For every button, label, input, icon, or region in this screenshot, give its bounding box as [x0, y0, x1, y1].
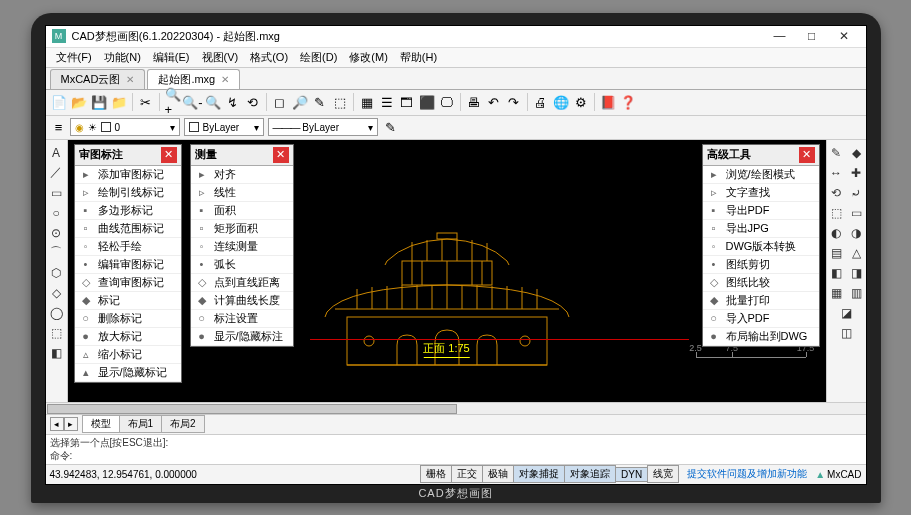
menu-item[interactable]: 格式(O) [244, 48, 294, 67]
toolbar-button[interactable]: ⬛ [418, 93, 436, 111]
layer-selector[interactable]: ◉☀ 0 ▾ [70, 118, 180, 136]
horizontal-scrollbar[interactable] [46, 402, 866, 414]
menu-item[interactable]: 功能(N) [98, 48, 147, 67]
toolbar-button[interactable]: 🔍- [184, 93, 202, 111]
draw-tool-button[interactable]: ◧ [47, 344, 65, 362]
draw-tool-button[interactable]: ○ [47, 204, 65, 222]
menu-item[interactable]: 文件(F) [50, 48, 98, 67]
panel-item[interactable]: ▸浏览/绘图模式 [703, 166, 819, 184]
layer-manager-icon[interactable]: ≡ [50, 118, 68, 136]
modify-tool-button[interactable]: ⤾ [847, 184, 865, 202]
linetype-selector[interactable]: ——— ByLayer▾ [268, 118, 378, 136]
panel-item[interactable]: •图纸剪切 [703, 256, 819, 274]
draw-tool-button[interactable]: ▭ [47, 184, 65, 202]
feedback-link[interactable]: 提交软件问题及增加新功能 [687, 467, 807, 481]
tab-close-icon[interactable]: ✕ [126, 74, 134, 85]
toolbar-button[interactable]: 🖵 [438, 93, 456, 111]
panel-close-icon[interactable]: ✕ [273, 147, 289, 163]
panel-item[interactable]: ▫矩形面积 [191, 220, 293, 238]
layout-tab[interactable]: 布局1 [119, 415, 163, 433]
toolbar-button[interactable]: ◻ [271, 93, 289, 111]
panel-item[interactable]: ◇查询审图标记 [75, 274, 181, 292]
panel-item[interactable]: ◆计算曲线长度 [191, 292, 293, 310]
panel-item[interactable]: ▹绘制引线标记 [75, 184, 181, 202]
modify-tool-button[interactable]: ⬚ [827, 204, 845, 222]
status-toggle[interactable]: DYN [615, 467, 648, 482]
toolbar-button[interactable]: 🗔 [398, 93, 416, 111]
toolbar-button[interactable]: ▦ [358, 93, 376, 111]
linetype-edit-icon[interactable]: ✎ [382, 118, 400, 136]
minimize-button[interactable]: — [764, 26, 796, 46]
modify-tool-button[interactable]: ▤ [827, 244, 845, 262]
close-button[interactable]: ✕ [828, 26, 860, 46]
panel-item[interactable]: ○标注设置 [191, 310, 293, 328]
panel-item[interactable]: ▴显示/隐藏标记 [75, 364, 181, 382]
status-toggle[interactable]: 正交 [451, 465, 483, 483]
modify-tool-button[interactable]: ▥ [847, 284, 865, 302]
panel-measure[interactable]: 测量✕▸对齐▹线性▪面积▫矩形面积◦连续测量•弧长◇点到直线距离◆计算曲线长度○… [190, 144, 294, 347]
tab-close-icon[interactable]: ✕ [221, 74, 229, 85]
status-toggle[interactable]: 对象追踪 [564, 465, 616, 483]
status-toggle[interactable]: 线宽 [647, 465, 679, 483]
toolbar-button[interactable]: 📄 [50, 93, 68, 111]
panel-item[interactable]: ○导入PDF [703, 310, 819, 328]
status-toggle[interactable]: 栅格 [420, 465, 452, 483]
panel-item[interactable]: ◇点到直线距离 [191, 274, 293, 292]
modify-tool-button[interactable]: ✎ [827, 144, 845, 162]
toolbar-button[interactable]: ✎ [311, 93, 329, 111]
draw-tool-button[interactable]: ／ [47, 164, 65, 182]
modify-tool-button[interactable]: △ [847, 244, 865, 262]
modify-tool-button[interactable]: ◨ [847, 264, 865, 282]
panel-item[interactable]: ▪多边形标记 [75, 202, 181, 220]
modify-tool-button[interactable]: ◐ [827, 224, 845, 242]
draw-tool-button[interactable]: ◇ [47, 284, 65, 302]
document-tab[interactable]: 起始图.mxg✕ [147, 69, 240, 89]
panel-item[interactable]: ◦轻松手绘 [75, 238, 181, 256]
modify-tool-button[interactable]: ✚ [847, 164, 865, 182]
panel-item[interactable]: ▹文字查找 [703, 184, 819, 202]
panel-item[interactable]: ◦连续测量 [191, 238, 293, 256]
toolbar-button[interactable]: ↶ [485, 93, 503, 111]
panel-item[interactable]: •编辑审图标记 [75, 256, 181, 274]
toolbar-button[interactable]: 🔍+ [164, 93, 182, 111]
panel-item[interactable]: •弧长 [191, 256, 293, 274]
modify-tool-button[interactable]: ↔ [827, 164, 845, 182]
draw-tool-button[interactable]: ◯ [47, 304, 65, 322]
panel-item[interactable]: ▵缩小标记 [75, 346, 181, 364]
toolbar-button[interactable]: ⚙ [572, 93, 590, 111]
toolbar-button[interactable]: 🖨 [532, 93, 550, 111]
panel-item[interactable]: ◇图纸比较 [703, 274, 819, 292]
menu-item[interactable]: 编辑(E) [147, 48, 196, 67]
tab-nav-arrows[interactable]: ◂▸ [50, 417, 78, 431]
panel-item[interactable]: ▪面积 [191, 202, 293, 220]
layout-tab[interactable]: 模型 [82, 415, 120, 433]
panel-item[interactable]: ◆标记 [75, 292, 181, 310]
panel-item[interactable]: ◦DWG版本转换 [703, 238, 819, 256]
menu-item[interactable]: 修改(M) [343, 48, 394, 67]
modify-tool-button[interactable]: ◪ [837, 304, 855, 322]
color-selector[interactable]: ByLayer▾ [184, 118, 264, 136]
toolbar-button[interactable]: ↯ [224, 93, 242, 111]
status-toggle[interactable]: 极轴 [482, 465, 514, 483]
modify-tool-button[interactable]: ▭ [847, 204, 865, 222]
status-toggle[interactable]: 对象捕捉 [513, 465, 565, 483]
panel-item[interactable]: ▸对齐 [191, 166, 293, 184]
panel-review-annotations[interactable]: 审图标注✕▸添加审图标记▹绘制引线标记▪多边形标记▫曲线范围标记◦轻松手绘•编辑… [74, 144, 182, 383]
panel-close-icon[interactable]: ✕ [799, 147, 815, 163]
draw-tool-button[interactable]: ⬡ [47, 264, 65, 282]
command-area[interactable]: 选择第一个点[按ESC退出]: 命令: [46, 434, 866, 464]
toolbar-button[interactable]: 📂 [70, 93, 88, 111]
draw-tool-button[interactable]: ⬚ [47, 324, 65, 342]
draw-tool-button[interactable]: A [47, 144, 65, 162]
panel-item[interactable]: ●布局输出到DWG [703, 328, 819, 346]
toolbar-button[interactable]: 📕 [599, 93, 617, 111]
panel-close-icon[interactable]: ✕ [161, 147, 177, 163]
menu-item[interactable]: 帮助(H) [394, 48, 443, 67]
toolbar-button[interactable]: 📁 [110, 93, 128, 111]
toolbar-button[interactable]: ↷ [505, 93, 523, 111]
panel-item[interactable]: ●放大标记 [75, 328, 181, 346]
panel-advanced-tools[interactable]: 高级工具✕▸浏览/绘图模式▹文字查找▪导出PDF▫导出JPG◦DWG版本转换•图… [702, 144, 820, 347]
modify-tool-button[interactable]: ◧ [827, 264, 845, 282]
panel-item[interactable]: ○删除标记 [75, 310, 181, 328]
toolbar-button[interactable]: ❓ [619, 93, 637, 111]
